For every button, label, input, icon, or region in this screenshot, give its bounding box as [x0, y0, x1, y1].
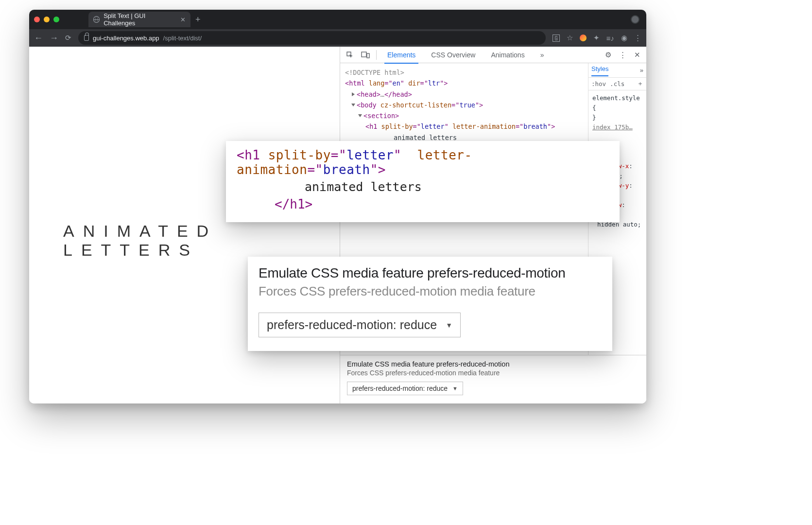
back-button[interactable]: ←: [34, 33, 43, 43]
url-path: /split-text/dist/: [163, 35, 202, 42]
page-heading: ANIMATED LETTERS: [63, 222, 340, 260]
rule-source[interactable]: index 175b…: [592, 122, 642, 132]
rendering-desc: Forces CSS prefers-reduced-motion media …: [347, 369, 639, 377]
toolbar-actions: 🄶 ☆ ✦ ≡♪ ◉ ⋮: [553, 34, 641, 42]
styles-filter-row: :hov .cls ＋: [588, 78, 646, 90]
doctype-line: <!DOCTYPE html>: [345, 67, 583, 78]
tab-css-overview[interactable]: CSS Overview: [424, 47, 482, 63]
callout-prefers-reduced-motion-select[interactable]: prefers-reduced-motion: reduce ▼: [259, 313, 461, 337]
account-icon[interactable]: ◉: [621, 34, 627, 42]
dom-tree[interactable]: <!DOCTYPE html> <html lang="en" dir="ltr…: [340, 63, 588, 403]
new-tab-button[interactable]: +: [195, 15, 201, 24]
browser-toolbar: ← → ⟳ gui-challenges.web.app/split-text/…: [29, 29, 646, 47]
devtools-tabbar: Elements CSS Overview Animations » ⚙ ⋮ ✕: [340, 47, 646, 63]
callout-rendering-desc: Forces CSS prefers-reduced-motion media …: [259, 284, 602, 299]
separator: [376, 50, 377, 60]
select-value: prefers-reduced-motion: reduce: [267, 318, 437, 332]
rule-close: }: [592, 113, 642, 122]
tab-styles[interactable]: Styles: [591, 65, 608, 76]
callout-h1-close: </h1>: [275, 197, 312, 211]
svg-rect-1: [367, 53, 369, 58]
minimize-window-button[interactable]: [44, 17, 50, 22]
body-open-line: <body cz-shortcut-listen="true">: [345, 100, 583, 110]
gear-icon[interactable]: ⚙: [602, 51, 614, 59]
devtools-kebab-icon[interactable]: ⋮: [616, 51, 629, 59]
rendering-drawer: Emulate CSS media feature prefers-reduce…: [340, 355, 646, 403]
callout-rendering: Emulate CSS media feature prefers-reduce…: [248, 257, 612, 351]
callout-h1-code: <h1 split-by="letter" letter-animation="…: [226, 141, 620, 222]
reading-list-icon[interactable]: ≡♪: [606, 34, 614, 42]
hov-toggle[interactable]: :hov: [591, 80, 606, 88]
extension-icon[interactable]: [580, 35, 587, 41]
extensions-icon[interactable]: ✦: [593, 34, 600, 42]
device-toggle-icon[interactable]: [359, 50, 372, 60]
html-open-line: <html lang="en" dir="ltr">: [345, 78, 583, 88]
rendering-title: Emulate CSS media feature prefers-reduce…: [347, 360, 639, 368]
rule-selector: element.style {: [592, 93, 642, 113]
styles-pane: Styles » :hov .cls ＋ element.style { } i…: [588, 63, 646, 403]
lock-icon: [84, 35, 89, 41]
expand-icon[interactable]: [352, 92, 355, 96]
prefers-reduced-motion-select[interactable]: prefers-reduced-motion: reduce ▼: [347, 382, 463, 395]
inspect-icon[interactable]: [343, 50, 357, 60]
svg-rect-0: [362, 52, 366, 57]
tab-strip: Split Text | GUI Challenges ✕ +: [29, 10, 646, 29]
collapse-icon[interactable]: [351, 104, 355, 106]
tab-animations[interactable]: Animations: [484, 47, 531, 63]
head-line: <head>…</head>: [345, 89, 583, 100]
translate-icon[interactable]: 🄶: [553, 34, 560, 42]
tab-title: Split Text | GUI Challenges: [104, 12, 173, 27]
callout-h1-text: animated letters: [237, 180, 609, 194]
collapse-icon[interactable]: [358, 114, 362, 117]
callout-rendering-title: Emulate CSS media feature prefers-reduce…: [259, 265, 602, 281]
kebab-menu-icon[interactable]: ⋮: [634, 34, 641, 42]
url-domain: gui-challenges.web.app: [93, 35, 159, 42]
reload-button[interactable]: ⟳: [65, 34, 71, 42]
select-value: prefers-reduced-motion: reduce: [352, 385, 448, 392]
browser-tab[interactable]: Split Text | GUI Challenges ✕: [88, 12, 190, 27]
new-style-rule-icon[interactable]: ＋: [637, 80, 643, 88]
profile-avatar-icon[interactable]: [631, 15, 639, 24]
close-window-button[interactable]: [34, 17, 40, 22]
chevron-down-icon: ▼: [452, 385, 458, 391]
globe-icon: [93, 16, 100, 23]
tabs-overflow[interactable]: »: [534, 47, 551, 63]
maximize-window-button[interactable]: [53, 17, 59, 22]
forward-button[interactable]: →: [50, 33, 58, 43]
section-open-line: <section>: [345, 110, 583, 121]
cls-toggle[interactable]: .cls: [610, 80, 624, 88]
styles-tabs-overflow[interactable]: »: [640, 67, 643, 74]
h1-open-line: <h1 split-by="letter" letter-animation="…: [345, 121, 583, 132]
address-bar[interactable]: gui-challenges.web.app/split-text/dist/: [78, 31, 546, 45]
chevron-down-icon: ▼: [446, 321, 452, 329]
devtools-close-icon[interactable]: ✕: [631, 51, 643, 59]
tab-elements[interactable]: Elements: [380, 47, 422, 63]
styles-tabbar: Styles »: [588, 63, 646, 78]
window-controls: [34, 17, 59, 22]
close-tab-icon[interactable]: ✕: [180, 16, 186, 23]
bookmark-icon[interactable]: ☆: [567, 34, 573, 42]
